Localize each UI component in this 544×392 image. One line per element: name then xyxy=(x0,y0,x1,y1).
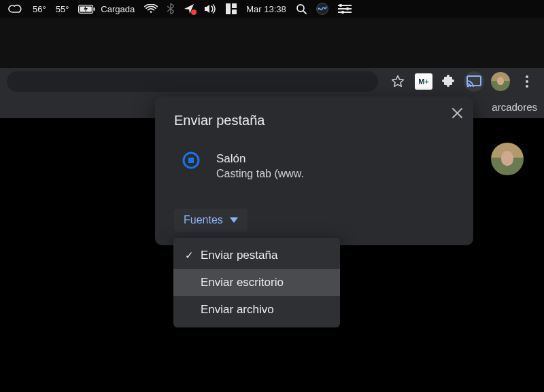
bookmark-star-icon[interactable] xyxy=(388,71,408,92)
profile-avatar[interactable] xyxy=(491,72,510,91)
source-option-tab[interactable]: ✓ Enviar pestaña xyxy=(173,242,340,269)
bookmarks-label-partial[interactable]: arcadores xyxy=(492,101,537,113)
cast-popup-title: Enviar pestaña xyxy=(155,96,473,134)
movistar-plus-extension-icon[interactable]: M+ xyxy=(415,73,432,90)
svg-rect-5 xyxy=(232,10,237,14)
svg-point-13 xyxy=(346,7,349,10)
cast-device-name: Salón xyxy=(216,150,304,168)
cast-device-row[interactable]: Salón Casting tab (www. xyxy=(155,134,473,185)
svg-point-18 xyxy=(526,80,528,83)
clock-label[interactable]: Mar 13:38 xyxy=(246,4,286,14)
bluetooth-icon[interactable] xyxy=(167,3,174,14)
grid-app-icon[interactable] xyxy=(226,3,237,14)
cast-icon[interactable] xyxy=(464,71,484,92)
temperature-1[interactable]: 56° xyxy=(33,4,46,14)
check-icon: ✓ xyxy=(183,249,195,262)
macos-menubar: 56° 55° Cargada Mar 13:38 xyxy=(0,0,544,18)
battery-icon xyxy=(78,5,96,14)
wifi-icon[interactable] xyxy=(144,4,158,14)
menu-dots-icon[interactable] xyxy=(517,71,537,92)
cast-popup: Enviar pestaña Salón Casting tab (www. F… xyxy=(155,96,473,245)
svg-line-7 xyxy=(303,11,306,14)
source-option-label: Enviar pestaña xyxy=(201,249,277,262)
close-icon[interactable] xyxy=(447,103,466,122)
svg-rect-4 xyxy=(232,3,237,8)
page-profile-avatar[interactable] xyxy=(491,143,524,175)
location-icon[interactable] xyxy=(184,3,194,14)
extensions-icon[interactable] xyxy=(439,73,457,90)
sources-dropdown: ✓ Enviar pestaña Enviar escritorio Envia… xyxy=(173,238,340,327)
stop-casting-icon[interactable] xyxy=(181,150,201,171)
temperature-2[interactable]: 55° xyxy=(56,4,69,14)
cast-device-status: Casting tab (www. xyxy=(216,168,304,180)
source-option-label: Enviar archivo xyxy=(201,303,274,317)
svg-point-16 xyxy=(467,85,469,87)
creative-cloud-icon[interactable] xyxy=(8,4,23,14)
source-option-label: Enviar escritorio xyxy=(201,276,284,289)
sources-label: Fuentes xyxy=(184,214,223,226)
source-option-desktop[interactable]: Enviar escritorio xyxy=(173,269,340,296)
svg-point-12 xyxy=(339,4,342,7)
svg-rect-23 xyxy=(188,158,194,163)
browser-toolbar: M+ xyxy=(0,68,544,95)
svg-point-14 xyxy=(341,11,344,14)
spotlight-icon[interactable] xyxy=(296,3,307,14)
window-gap xyxy=(0,18,544,68)
battery-label: Cargada xyxy=(101,4,135,14)
chevron-down-icon xyxy=(230,217,238,223)
volume-icon[interactable] xyxy=(204,4,216,14)
address-bar[interactable] xyxy=(7,71,378,92)
svg-point-19 xyxy=(526,85,528,88)
control-center-icon[interactable] xyxy=(338,4,352,14)
movistar-plus: + xyxy=(424,77,428,86)
source-option-file[interactable]: Enviar archivo xyxy=(173,296,340,323)
sources-button[interactable]: Fuentes xyxy=(174,209,248,232)
svg-rect-3 xyxy=(226,3,231,14)
svg-rect-1 xyxy=(94,7,95,11)
movistar-m: M xyxy=(418,77,424,86)
siri-icon[interactable] xyxy=(316,3,328,15)
battery-status[interactable]: Cargada xyxy=(78,4,135,14)
cast-device-text: Salón Casting tab (www. xyxy=(216,150,304,180)
svg-point-17 xyxy=(526,75,528,78)
